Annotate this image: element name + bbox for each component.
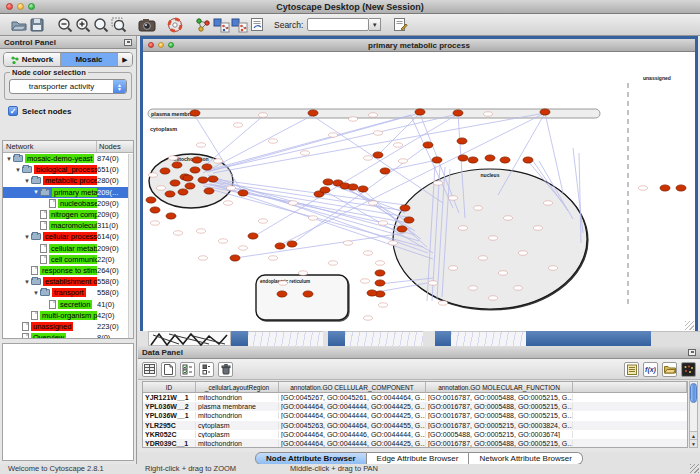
expand-icon[interactable]: ▼ — [23, 279, 31, 285]
window-resize-grip[interactable] — [690, 464, 699, 473]
table-row[interactable]: YJR121W__1mitochondrion[GO:0045267, GO:0… — [143, 393, 687, 402]
data-panel: Data Panel f(x) — [138, 346, 700, 452]
zoom-fit-icon[interactable] — [92, 16, 110, 34]
layout-icon[interactable] — [194, 16, 212, 34]
select-attributes-icon[interactable] — [142, 362, 157, 377]
tree-row[interactable]: multi-organism pro...42(0) — [3, 310, 133, 321]
new-attribute-icon[interactable] — [161, 362, 176, 377]
search-dropdown-icon[interactable]: ▼ — [369, 18, 381, 31]
network-node — [453, 110, 463, 116]
background-windows-strip[interactable] — [138, 331, 700, 346]
select-nodes-row[interactable]: ✓ Select nodes — [8, 106, 136, 116]
search-input[interactable] — [307, 18, 369, 31]
tab-network[interactable]: Network — [4, 53, 61, 66]
expand-icon[interactable]: ▼ — [5, 156, 13, 162]
table-row[interactable]: YKR052Ccytoplasm[GO:0044464, GO:0044446,… — [143, 430, 687, 439]
expand-icon[interactable]: ▼ — [23, 178, 31, 184]
network-node — [358, 186, 368, 192]
tree-row-label: multi-organism pro... — [40, 311, 97, 320]
open-icon[interactable] — [10, 16, 28, 34]
frame-resize-grip[interactable] — [685, 321, 694, 330]
table-scrollbar[interactable]: ▲ ▼ — [689, 381, 698, 448]
tree-row[interactable]: secretion41(0) — [3, 298, 133, 309]
tab-mosaic[interactable]: Mosaic — [61, 53, 118, 66]
table-cell: mitochondrion — [196, 394, 279, 401]
table-row[interactable]: YDR039C__1mitochondrion[GO:0044464, GO:0… — [143, 439, 687, 448]
vizmapper-icon[interactable] — [248, 16, 266, 34]
tree-row[interactable]: response to stimulu...264(0) — [3, 265, 133, 276]
tree-row[interactable]: nitrogen compo...209(0) — [3, 209, 133, 220]
expand-icon[interactable]: ▼ — [23, 234, 31, 240]
matrix-icon[interactable] — [681, 362, 696, 377]
search-label: Search: — [274, 20, 303, 30]
zoom-in-icon[interactable] — [74, 16, 92, 34]
tree-row[interactable]: cellular metabo...209(0) — [3, 243, 133, 254]
table-cell: YDR039C__1 — [143, 440, 196, 447]
expand-icon[interactable]: ▼ — [32, 189, 40, 195]
network-node — [485, 155, 495, 161]
birds-eye-view[interactable] — [2, 343, 134, 461]
attribute-table[interactable]: ID_cellularLayoutRegionannotation.GO CEL… — [142, 381, 688, 448]
tree-row[interactable]: ▼transport558(0) — [3, 287, 133, 298]
background-view-preview[interactable] — [451, 331, 526, 346]
data-panel-toolbar: f(x) — [138, 359, 700, 380]
network-node — [198, 177, 208, 183]
tree-row[interactable]: Overview8(0) — [3, 332, 133, 339]
create-view-icon[interactable] — [212, 16, 230, 34]
tree-row[interactable]: ▼cellular process614(0) — [3, 231, 133, 242]
select-nodes-checkbox[interactable]: ✓ — [8, 106, 18, 116]
tree-row-label: transport — [52, 288, 86, 297]
zoom-out-icon[interactable] — [56, 16, 74, 34]
expand-icon[interactable]: ▼ — [14, 167, 22, 173]
scroll-up-icon[interactable]: ▲ — [690, 431, 697, 439]
snapshot-icon[interactable] — [138, 16, 156, 34]
tree-row[interactable]: ▼establishment of lo...558(0) — [3, 276, 133, 287]
cytoscape-window: Cytoscape Desktop (New Session) — [0, 0, 700, 474]
float-panel-icon[interactable] — [688, 349, 696, 356]
save-icon[interactable] — [28, 16, 46, 34]
node-color-combobox[interactable]: transporter activity ▲▼ — [9, 79, 127, 94]
scroll-down-icon[interactable]: ▼ — [690, 439, 697, 447]
import-attributes-icon[interactable] — [662, 362, 677, 377]
tree-row[interactable]: macromolecule...311(0) — [3, 220, 133, 231]
table-row[interactable]: YLR295Ccytoplasm[GO:0045263, GO:0044464,… — [143, 421, 687, 430]
tree-column-nodes[interactable]: Nodes — [97, 141, 133, 152]
tree-column-network[interactable]: Network — [3, 141, 97, 152]
table-row[interactable]: YPL036W__2plasma membrane[GO:0044464, GO… — [143, 402, 687, 411]
table-row[interactable]: YPL036W__1mitochondrion[GO:0044464, GO:0… — [143, 411, 687, 420]
network-view-titlebar[interactable]: primary metabolic process — [143, 39, 695, 52]
zoom-selected-icon[interactable] — [110, 16, 128, 34]
table-column-header[interactable]: annotation.GO CELLULAR_COMPONENT — [279, 382, 426, 392]
tab-scroll-right-icon[interactable]: ▶ — [118, 53, 132, 66]
attribute-editor-icon[interactable] — [391, 16, 409, 34]
background-desktop-area — [651, 331, 700, 346]
tree-scrollbar[interactable] — [128, 154, 133, 338]
help-icon[interactable] — [166, 16, 184, 34]
table-column-header[interactable]: ID — [143, 382, 196, 392]
tree-row[interactable]: nucleobase-...209(0) — [3, 198, 133, 209]
attribute-checklist-icon[interactable] — [180, 362, 195, 377]
network-canvas[interactable]: plasma membranecytoplasmmitochondrionnuc… — [143, 53, 695, 331]
tree-row[interactable]: unassigned223(0) — [3, 321, 133, 332]
background-network-thumbnail[interactable] — [148, 331, 231, 346]
background-view-preview[interactable] — [248, 331, 323, 346]
scrollbar-thumb[interactable] — [690, 383, 697, 403]
network-tree-body: ▼mosaic-demo-yeast874(0)▼biological_proc… — [3, 153, 133, 339]
float-panel-icon[interactable] — [124, 39, 132, 46]
formula-icon[interactable]: f(x) — [643, 362, 658, 377]
tree-row[interactable]: ▼metabolic process280(0) — [3, 175, 133, 186]
tree-row[interactable]: ▼primary metabolic209(... — [3, 187, 133, 198]
tree-row[interactable]: cell communicat...22(0) — [3, 254, 133, 265]
tree-row[interactable]: ▼mosaic-demo-yeast874(0) — [3, 153, 133, 164]
destroy-view-icon[interactable] — [230, 16, 248, 34]
status-bar: Welcome to Cytoscape 2.8.1 Right-click +… — [0, 464, 700, 474]
attribute-toggle-icon[interactable] — [199, 362, 214, 377]
tree-row[interactable]: ▼biological_process651(0) — [3, 164, 133, 175]
table-column-header[interactable]: _cellularLayoutRegion — [196, 382, 279, 392]
notes-icon[interactable] — [624, 362, 639, 377]
delete-attribute-icon[interactable] — [218, 362, 233, 377]
background-view-preview[interactable] — [345, 331, 423, 346]
expand-icon[interactable]: ▼ — [32, 290, 40, 296]
table-column-header[interactable]: annotation.GO MOLECULAR_FUNCTION — [426, 382, 573, 392]
network-graph[interactable]: plasma membranecytoplasmmitochondrionnuc… — [143, 53, 695, 331]
